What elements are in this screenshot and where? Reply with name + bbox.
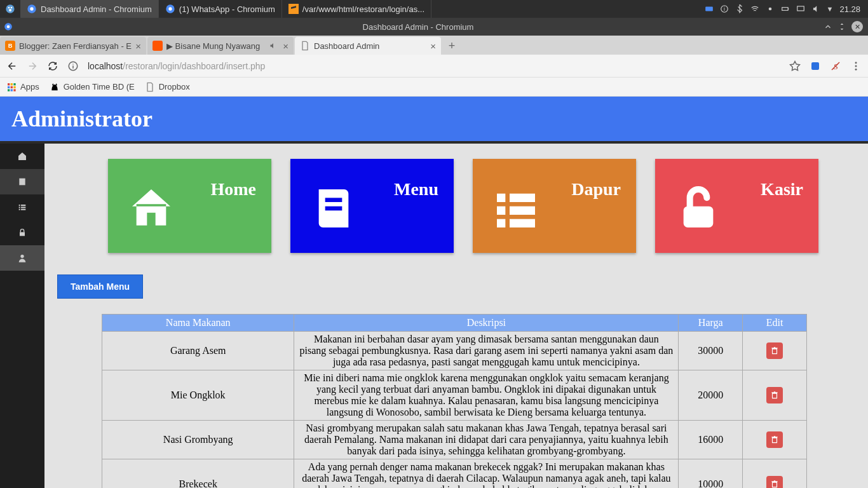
- th-edit: Edit: [743, 315, 807, 332]
- browser-tab-3[interactable]: Dashboard Admin ×: [295, 37, 441, 55]
- sidebar-menu[interactable]: [0, 169, 44, 194]
- svg-rect-23: [72, 65, 74, 69]
- svg-rect-52: [497, 207, 505, 215]
- bookmark-label: Dropbox: [159, 82, 190, 92]
- close-icon[interactable]: ×: [430, 41, 436, 51]
- dropdown-arrow[interactable]: ▼: [827, 5, 834, 13]
- svg-rect-44: [19, 209, 20, 210]
- svg-rect-33: [8, 86, 10, 88]
- wifi-icon[interactable]: [750, 4, 759, 13]
- minimize-icon[interactable]: [824, 22, 832, 31]
- card-kasir[interactable]: Kasir: [655, 159, 818, 253]
- tab-label: Dashboard Admin: [314, 41, 379, 51]
- th-harga: Harga: [679, 315, 743, 332]
- svg-rect-46: [20, 232, 25, 236]
- cell-deskripsi: Nasi grombyang merupakan salah satu maka…: [294, 421, 679, 459]
- display-icon[interactable]: [796, 4, 805, 13]
- menu-icon[interactable]: [850, 60, 862, 72]
- extension-icon[interactable]: [810, 60, 821, 72]
- bluetooth-icon[interactable]: [735, 4, 744, 13]
- task-chromium-2[interactable]: (1) WhatsApp - Chromium: [159, 0, 282, 18]
- svg-rect-9: [705, 7, 713, 11]
- svg-rect-48: [325, 198, 342, 202]
- close-button[interactable]: ✕: [851, 21, 863, 32]
- cell-harga: 16000: [679, 421, 743, 459]
- tab-label: ▶ Bisane Mung Nyawang: [166, 41, 260, 51]
- browser-tab-2[interactable]: ▶ Bisane Mung Nyawang ×: [147, 37, 294, 55]
- svg-rect-55: [510, 219, 535, 227]
- task-chromium-1[interactable]: Dashboard Admin - Chromium: [20, 0, 159, 18]
- bookmark-star-icon[interactable]: [789, 60, 801, 72]
- svg-point-47: [20, 255, 24, 258]
- keyboard-icon[interactable]: [705, 4, 714, 13]
- card-dapur[interactable]: Dapur: [473, 159, 636, 253]
- maximize-icon[interactable]: [837, 22, 846, 31]
- cell-edit: [743, 370, 807, 421]
- svg-rect-15: [797, 6, 804, 11]
- clock[interactable]: 21.28: [839, 4, 860, 14]
- delete-button[interactable]: [766, 387, 783, 403]
- svg-point-7: [168, 7, 172, 10]
- delete-button[interactable]: [766, 476, 783, 488]
- brightness-icon[interactable]: [766, 4, 775, 13]
- svg-point-12: [768, 8, 771, 11]
- list-icon: [491, 183, 541, 234]
- svg-rect-50: [497, 194, 505, 202]
- delete-button[interactable]: [766, 431, 783, 448]
- card-title: Menu: [394, 179, 438, 200]
- trash-icon: [770, 435, 779, 444]
- trash-icon: [770, 480, 779, 488]
- volume-icon[interactable]: [811, 4, 820, 13]
- svg-rect-39: [19, 179, 25, 186]
- new-tab-button[interactable]: +: [442, 37, 461, 55]
- apps-shortcut[interactable]: Apps: [6, 82, 39, 92]
- sidebar-kasir[interactable]: [0, 220, 44, 245]
- bookmark-dropbox[interactable]: Dropbox: [145, 82, 190, 92]
- svg-point-1: [8, 7, 10, 9]
- close-icon[interactable]: ×: [283, 41, 288, 51]
- cell-deskripsi: Ada yang pernah denger nama makanan brek…: [294, 459, 679, 489]
- card-menu[interactable]: Menu: [290, 159, 454, 253]
- add-menu-button[interactable]: Tambah Menu: [57, 274, 143, 299]
- reload-button[interactable]: [47, 60, 58, 72]
- blogger-icon: B: [5, 41, 15, 51]
- delete-button[interactable]: [766, 342, 783, 359]
- svg-rect-13: [782, 8, 787, 11]
- task-label: /var/www/html/restoran/login/as...: [302, 4, 424, 14]
- sublime-icon: [288, 4, 299, 14]
- sidebar: [0, 144, 44, 488]
- close-icon[interactable]: ×: [135, 41, 141, 51]
- th-deskripsi: Deskripsi: [294, 315, 679, 332]
- bookmark-golden[interactable]: Golden Time BD (E: [50, 82, 135, 92]
- svg-rect-32: [13, 83, 15, 85]
- app-launcher[interactable]: [0, 0, 20, 18]
- audio-icon[interactable]: [269, 42, 276, 50]
- svg-point-22: [72, 64, 74, 65]
- sidebar-home[interactable]: [0, 144, 44, 169]
- system-tray: i ▼ 21.28: [705, 4, 868, 14]
- site-info-icon[interactable]: [67, 60, 79, 72]
- back-button[interactable]: [6, 60, 18, 72]
- sidebar-dapur[interactable]: [0, 194, 44, 220]
- battery-icon[interactable]: [781, 4, 790, 13]
- lock-icon: [17, 227, 27, 238]
- card-home[interactable]: Home: [108, 159, 271, 253]
- svg-rect-43: [21, 207, 25, 208]
- card-title: Home: [210, 179, 256, 200]
- url-bar[interactable]: localhost/restoran/login/dashboard/inser…: [88, 61, 780, 71]
- url-host: localhost: [88, 61, 123, 71]
- cell-harga: 20000: [679, 370, 743, 421]
- info-icon[interactable]: i: [720, 4, 729, 13]
- sidebar-user[interactable]: [0, 245, 44, 271]
- svg-rect-30: [8, 83, 10, 85]
- svg-rect-37: [11, 89, 13, 91]
- window-titlebar: Dashboard Admin - Chromium ✕: [0, 18, 868, 36]
- noscript-icon[interactable]: S: [830, 60, 841, 72]
- task-sublime[interactable]: /var/www/html/restoran/login/as...: [282, 0, 431, 18]
- svg-rect-31: [11, 83, 13, 85]
- svg-rect-24: [811, 62, 819, 70]
- home-icon: [17, 151, 27, 161]
- browser-tab-1[interactable]: B Blogger: Zaen Ferdiansyah - E ×: [0, 37, 146, 55]
- table-row: BrekecekAda yang pernah denger nama maka…: [102, 459, 807, 489]
- soundcloud-icon: [153, 41, 163, 51]
